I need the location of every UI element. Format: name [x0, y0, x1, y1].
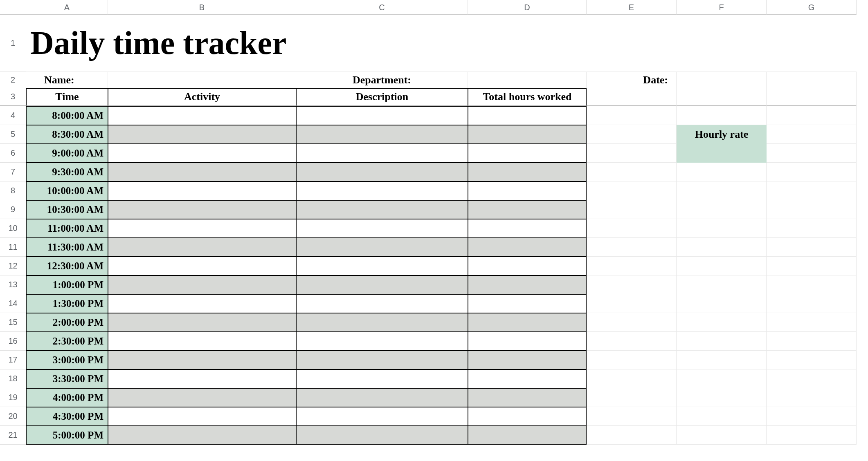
cell-f11[interactable]	[677, 238, 767, 257]
label-date[interactable]: Date:	[587, 72, 677, 88]
cell-description-1[interactable]	[296, 125, 468, 144]
cell-g16[interactable]	[767, 332, 857, 351]
row-header-17[interactable]: 17	[0, 351, 26, 369]
cell-time-17[interactable]: 5:00:00 PM	[26, 426, 108, 445]
cell-g7[interactable]	[767, 163, 857, 181]
cell-description-3[interactable]	[296, 163, 468, 181]
cell-f3[interactable]	[677, 88, 767, 106]
cell-f4[interactable]	[677, 106, 767, 125]
row-header-12[interactable]: 12	[0, 257, 26, 275]
cell-g11[interactable]	[767, 238, 857, 257]
col-header-g[interactable]: G	[767, 0, 857, 15]
cell-g6[interactable]	[767, 144, 857, 163]
cell-g21[interactable]	[767, 426, 857, 445]
cell-totalhours-1[interactable]	[468, 125, 587, 144]
cell-g14[interactable]	[767, 294, 857, 313]
cell-description-4[interactable]	[296, 181, 468, 200]
cell-f2[interactable]	[677, 72, 767, 88]
cell-time-3[interactable]: 9:30:00 AM	[26, 163, 108, 181]
cell-activity-10[interactable]	[108, 294, 296, 313]
cell-time-0[interactable]: 8:00:00 AM	[26, 106, 108, 125]
cell-time-6[interactable]: 11:00:00 AM	[26, 219, 108, 238]
cell-description-17[interactable]	[296, 426, 468, 445]
cell-f12[interactable]	[677, 257, 767, 275]
cell-g10[interactable]	[767, 219, 857, 238]
cell-g18[interactable]	[767, 369, 857, 388]
row-header-5[interactable]: 5	[0, 125, 26, 144]
cell-activity-17[interactable]	[108, 426, 296, 445]
row-header-19[interactable]: 19	[0, 388, 26, 407]
cell-g8[interactable]	[767, 181, 857, 200]
cell-e21[interactable]	[587, 426, 677, 445]
th-activity[interactable]: Activity	[108, 88, 296, 106]
row-header-20[interactable]: 20	[0, 407, 26, 426]
cell-f7[interactable]	[677, 163, 767, 181]
cell-activity-1[interactable]	[108, 125, 296, 144]
cell-f15[interactable]	[677, 313, 767, 332]
cell-time-2[interactable]: 9:00:00 AM	[26, 144, 108, 163]
cell-e7[interactable]	[587, 163, 677, 181]
cell-g9[interactable]	[767, 200, 857, 219]
cell-totalhours-12[interactable]	[468, 332, 587, 351]
select-all-corner[interactable]	[0, 0, 26, 15]
cell-totalhours-15[interactable]	[468, 388, 587, 407]
cell-f20[interactable]	[677, 407, 767, 426]
th-total-hours[interactable]: Total hours worked	[468, 88, 587, 106]
cell-e16[interactable]	[587, 332, 677, 351]
cell-activity-5[interactable]	[108, 200, 296, 219]
cell-description-9[interactable]	[296, 275, 468, 294]
cell-e19[interactable]	[587, 388, 677, 407]
cell-totalhours-6[interactable]	[468, 219, 587, 238]
row-header-14[interactable]: 14	[0, 294, 26, 313]
cell-e20[interactable]	[587, 407, 677, 426]
cell-totalhours-14[interactable]	[468, 369, 587, 388]
cell-totalhours-0[interactable]	[468, 106, 587, 125]
cell-g12[interactable]	[767, 257, 857, 275]
cell-hourly-rate-value[interactable]	[677, 144, 767, 163]
cell-title[interactable]: Daily time tracker	[26, 15, 857, 72]
cell-activity-2[interactable]	[108, 144, 296, 163]
cell-g19[interactable]	[767, 388, 857, 407]
cell-b2[interactable]	[108, 72, 296, 88]
cell-e13[interactable]	[587, 275, 677, 294]
cell-totalhours-10[interactable]	[468, 294, 587, 313]
cell-activity-11[interactable]	[108, 313, 296, 332]
cell-totalhours-16[interactable]	[468, 407, 587, 426]
cell-f14[interactable]	[677, 294, 767, 313]
cell-e15[interactable]	[587, 313, 677, 332]
cell-totalhours-9[interactable]	[468, 275, 587, 294]
row-header-6[interactable]: 6	[0, 144, 26, 163]
row-header-13[interactable]: 13	[0, 275, 26, 294]
cell-g5[interactable]	[767, 125, 857, 144]
cell-description-13[interactable]	[296, 351, 468, 369]
row-header-10[interactable]: 10	[0, 219, 26, 238]
cell-f19[interactable]	[677, 388, 767, 407]
cell-e12[interactable]	[587, 257, 677, 275]
cell-description-16[interactable]	[296, 407, 468, 426]
cell-description-14[interactable]	[296, 369, 468, 388]
cell-time-7[interactable]: 11:30:00 AM	[26, 238, 108, 257]
cell-time-13[interactable]: 3:00:00 PM	[26, 351, 108, 369]
cell-activity-12[interactable]	[108, 332, 296, 351]
cell-g20[interactable]	[767, 407, 857, 426]
cell-e8[interactable]	[587, 181, 677, 200]
cell-d2[interactable]	[468, 72, 587, 88]
row-header-9[interactable]: 9	[0, 200, 26, 219]
cell-description-15[interactable]	[296, 388, 468, 407]
cell-f16[interactable]	[677, 332, 767, 351]
cell-f9[interactable]	[677, 200, 767, 219]
cell-time-10[interactable]: 1:30:00 PM	[26, 294, 108, 313]
cell-f18[interactable]	[677, 369, 767, 388]
row-header-3[interactable]: 3	[0, 88, 26, 106]
col-header-a[interactable]: A	[26, 0, 108, 15]
row-header-21[interactable]: 21	[0, 426, 26, 445]
cell-totalhours-7[interactable]	[468, 238, 587, 257]
cell-e9[interactable]	[587, 200, 677, 219]
cell-time-1[interactable]: 8:30:00 AM	[26, 125, 108, 144]
row-header-11[interactable]: 11	[0, 238, 26, 257]
cell-time-11[interactable]: 2:00:00 PM	[26, 313, 108, 332]
col-header-d[interactable]: D	[468, 0, 587, 15]
cell-activity-6[interactable]	[108, 219, 296, 238]
cell-e3[interactable]	[587, 88, 677, 106]
cell-description-2[interactable]	[296, 144, 468, 163]
